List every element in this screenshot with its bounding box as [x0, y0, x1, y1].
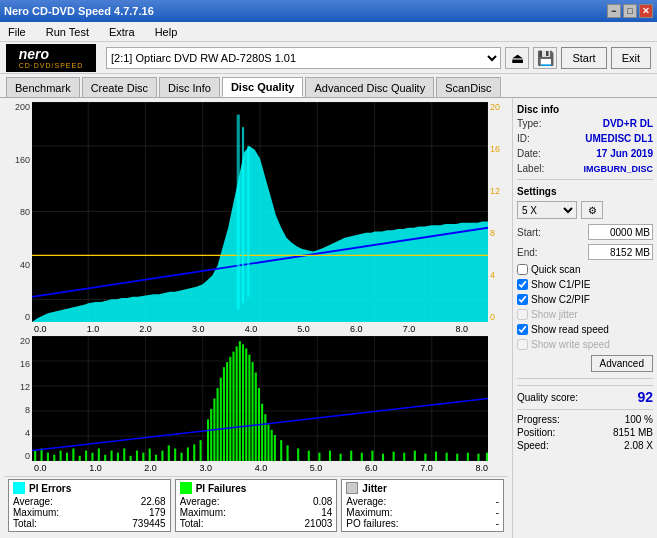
tab-advanced-disc-quality[interactable]: Advanced Disc Quality: [305, 77, 434, 97]
divider-1: [517, 179, 653, 180]
svg-rect-98: [446, 453, 448, 461]
svg-rect-38: [66, 453, 68, 461]
svg-rect-53: [161, 451, 163, 461]
svg-rect-66: [226, 362, 228, 461]
svg-rect-33: [34, 451, 36, 461]
jitter-label: Jitter: [362, 483, 386, 494]
svg-rect-78: [264, 414, 266, 461]
close-button[interactable]: ✕: [639, 4, 653, 18]
tab-disc-quality[interactable]: Disc Quality: [222, 77, 304, 97]
disc-label-label: Label:: [517, 163, 544, 174]
svg-rect-35: [47, 453, 49, 461]
show-c1pie-checkbox[interactable]: [517, 279, 528, 290]
disc-info-title: Disc info: [517, 104, 653, 115]
svg-rect-84: [297, 449, 299, 462]
svg-rect-51: [149, 449, 151, 462]
exit-button[interactable]: Exit: [611, 47, 651, 69]
settings-title: Settings: [517, 186, 653, 197]
start-mb-label: Start:: [517, 227, 541, 238]
pi-errors-avg-value: 22.68: [141, 496, 166, 507]
tab-scandisc[interactable]: ScanDisc: [436, 77, 500, 97]
pi-errors-avg-label: Average:: [13, 496, 53, 507]
svg-rect-88: [340, 454, 342, 461]
tab-create-disc[interactable]: Create Disc: [82, 77, 157, 97]
title-bar: Nero CD-DVD Speed 4.7.7.16 − □ ✕: [0, 0, 657, 22]
show-write-speed-checkbox[interactable]: [517, 339, 528, 350]
settings-icon-button[interactable]: ⚙: [581, 201, 603, 219]
menu-file[interactable]: File: [4, 24, 30, 40]
disc-label-row: Label: IMGBURN_DISC: [517, 163, 653, 174]
toolbar: nero CD·DVD/SPEED [2:1] Optiarc DVD RW A…: [0, 42, 657, 74]
svg-rect-40: [79, 456, 81, 461]
menu-extra[interactable]: Extra: [105, 24, 139, 40]
show-jitter-checkbox[interactable]: [517, 309, 528, 320]
nero-subtitle: CD·DVD/SPEED: [19, 62, 84, 69]
disc-date-label: Date:: [517, 148, 541, 159]
svg-rect-80: [271, 430, 273, 461]
right-panel: Disc info Type: DVD+R DL ID: UMEDISC DL1…: [512, 98, 657, 538]
quick-scan-label: Quick scan: [531, 264, 580, 275]
advanced-button[interactable]: Advanced: [591, 355, 653, 372]
svg-rect-68: [232, 352, 234, 461]
bottom-chart-x-labels: 0.0 1.0 2.0 3.0 4.0 5.0 6.0 7.0 8.0: [34, 463, 488, 473]
svg-rect-95: [414, 451, 416, 461]
start-button[interactable]: Start: [561, 47, 606, 69]
maximize-button[interactable]: □: [623, 4, 637, 18]
svg-rect-58: [193, 444, 195, 461]
svg-rect-97: [435, 452, 437, 461]
disc-type-value: DVD+R DL: [603, 118, 653, 129]
svg-rect-54: [168, 445, 170, 461]
show-write-speed-row: Show write speed: [517, 339, 653, 350]
menu-help[interactable]: Help: [151, 24, 182, 40]
minimize-button[interactable]: −: [607, 4, 621, 18]
po-failures-label: PO failures:: [346, 518, 398, 529]
quick-scan-checkbox[interactable]: [517, 264, 528, 275]
svg-rect-52: [155, 455, 157, 461]
svg-rect-41: [85, 451, 87, 461]
pi-failures-label: PI Failures: [196, 483, 247, 494]
svg-rect-85: [308, 451, 310, 461]
svg-rect-79: [267, 425, 269, 461]
svg-rect-83: [287, 445, 289, 461]
svg-rect-77: [261, 404, 263, 461]
jitter-box: Jitter Average: - Maximum: - PO failures…: [341, 479, 504, 532]
disc-type-label: Type:: [517, 118, 541, 129]
eject-icon-button[interactable]: ⏏: [505, 47, 529, 69]
progress-row: Progress: 100 %: [517, 414, 653, 425]
pi-failures-color: [180, 482, 192, 494]
title-bar-buttons: − □ ✕: [607, 4, 653, 18]
svg-rect-74: [252, 362, 254, 461]
pi-errors-max-label: Maximum:: [13, 507, 59, 518]
pi-failures-avg-value: 0.08: [313, 496, 332, 507]
show-jitter-row: Show jitter: [517, 309, 653, 320]
svg-rect-49: [136, 451, 138, 461]
start-mb-input[interactable]: [588, 224, 653, 240]
speed-row: 5 X ⚙: [517, 201, 653, 219]
po-failures-value: -: [496, 518, 499, 529]
drive-selector[interactable]: [2:1] Optiarc DVD RW AD-7280S 1.01: [106, 47, 501, 69]
pi-failures-box: PI Failures Average: 0.08 Maximum: 14 To…: [175, 479, 338, 532]
svg-rect-100: [467, 453, 469, 461]
svg-rect-34: [40, 449, 42, 462]
end-mb-input[interactable]: [588, 244, 653, 260]
svg-rect-17: [237, 115, 240, 310]
pi-errors-box: PI Errors Average: 22.68 Maximum: 179 To…: [8, 479, 171, 532]
menu-run-test[interactable]: Run Test: [42, 24, 93, 40]
speed-selector[interactable]: 5 X: [517, 201, 577, 219]
svg-rect-45: [110, 451, 112, 461]
disc-date-row: Date: 17 Jun 2019: [517, 148, 653, 159]
pi-failures-total-label: Total:: [180, 518, 204, 529]
svg-rect-60: [207, 419, 209, 461]
svg-rect-90: [361, 453, 363, 461]
tab-disc-info[interactable]: Disc Info: [159, 77, 220, 97]
save-icon-button[interactable]: 💾: [533, 47, 557, 69]
pi-errors-label: PI Errors: [29, 483, 71, 494]
start-mb-row: Start:: [517, 224, 653, 240]
disc-id-row: ID: UMEDISC DL1: [517, 133, 653, 144]
show-read-speed-checkbox[interactable]: [517, 324, 528, 335]
show-c2pif-checkbox[interactable]: [517, 294, 528, 305]
tab-benchmark[interactable]: Benchmark: [6, 77, 80, 97]
svg-rect-36: [53, 455, 55, 461]
svg-rect-99: [456, 454, 458, 461]
nero-logo: nero CD·DVD/SPEED: [6, 44, 96, 72]
